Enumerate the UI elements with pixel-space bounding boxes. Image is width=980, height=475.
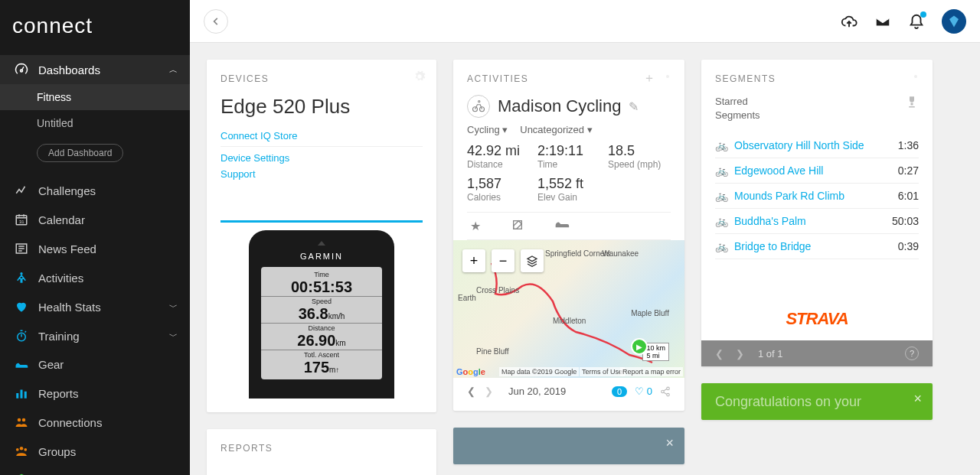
bar-chart-icon xyxy=(12,386,31,400)
topbar-icons xyxy=(841,9,966,34)
svg-point-21 xyxy=(914,75,917,78)
nav-badges[interactable]: Badges xyxy=(0,466,190,475)
svg-point-18 xyxy=(667,387,670,390)
activity-date: Jun 20, 2019 xyxy=(508,386,566,397)
nav-training[interactable]: Training ﹀ xyxy=(0,321,190,350)
nav-newsfeed[interactable]: News Feed xyxy=(0,234,190,263)
person-icon xyxy=(12,271,31,285)
svg-point-14 xyxy=(666,75,669,78)
shoe-icon xyxy=(12,360,31,370)
nav-activities[interactable]: Activities xyxy=(0,263,190,292)
group-icon xyxy=(12,444,31,458)
nav-calendar[interactable]: 31 Calendar xyxy=(0,205,190,234)
nav-health[interactable]: Health Stats ﹀ xyxy=(0,292,190,321)
zoom-in-button[interactable]: + xyxy=(462,249,485,272)
nav-label: Dashboards xyxy=(38,63,100,76)
help-icon[interactable]: ? xyxy=(905,346,919,360)
map-end-marker: ▶ xyxy=(631,338,648,355)
plus-icon[interactable]: ＋ xyxy=(643,70,655,86)
bike-icon: 🚲 xyxy=(715,215,728,227)
likes-icon[interactable]: ♡ 0 xyxy=(635,386,652,397)
segment-link[interactable]: Mounds Park Rd Climb xyxy=(734,190,898,202)
calendar-icon: 31 xyxy=(12,213,31,226)
dashboard: DEVICES Edge 520 Plus Connect IQ Store D… xyxy=(190,43,980,475)
activity-map[interactable]: + − Springfield Corners Waunakee Earth C… xyxy=(453,240,684,378)
chevron-down-icon: ﹀ xyxy=(169,301,178,313)
zoom-out-button[interactable]: − xyxy=(492,249,514,272)
nav-reports[interactable]: Reports xyxy=(0,379,190,408)
segment-link[interactable]: Bridge to Bridge xyxy=(734,240,898,252)
sub-untitled[interactable]: Untitled xyxy=(0,110,190,136)
nav-dashboards[interactable]: Dashboards ︿ xyxy=(0,55,190,84)
next-activity[interactable]: ❯ xyxy=(485,386,493,397)
link-connect-iq[interactable]: Connect IQ Store xyxy=(220,128,423,147)
nav-label: News Feed xyxy=(38,242,96,255)
device-image: GARMIN Time00:51:53 Speed36.8km/h Distan… xyxy=(220,220,423,399)
segment-link[interactable]: Edgewood Ave Hill xyxy=(734,164,898,177)
link-device-settings[interactable]: Device Settings xyxy=(220,150,423,166)
gear-icon[interactable] xyxy=(662,70,674,83)
news-icon xyxy=(12,242,31,255)
shoe-icon[interactable] xyxy=(554,219,570,233)
svg-rect-8 xyxy=(24,392,27,399)
cycling-icon xyxy=(467,95,490,118)
reports-header: REPORTS xyxy=(220,443,423,454)
nav-challenges[interactable]: Challenges xyxy=(0,176,190,205)
edit-icon[interactable]: ✎ xyxy=(629,99,639,114)
bike-icon: 🚲 xyxy=(715,190,728,202)
nav-groups[interactable]: Groups xyxy=(0,437,190,466)
layers-button[interactable] xyxy=(521,249,544,272)
cat-cycling[interactable]: Cycling ▾ xyxy=(467,124,508,135)
next-page[interactable]: ❯ xyxy=(736,348,744,360)
activity-title: Madison Cycling xyxy=(498,96,621,116)
svg-text:31: 31 xyxy=(19,220,24,224)
segments-card: SEGMENTS Starred Segments 🚲Observatory H… xyxy=(701,60,933,366)
nav-connections[interactable]: Connections xyxy=(0,408,190,437)
close-icon[interactable]: × xyxy=(913,391,922,407)
back-button[interactable] xyxy=(204,9,228,34)
note-icon[interactable] xyxy=(511,219,524,233)
reports-card: REPORTS xyxy=(207,429,436,475)
congrats-card: × Congratulations on your xyxy=(701,383,933,420)
prev-activity[interactable]: ❮ xyxy=(467,386,475,397)
inbox-icon[interactable] xyxy=(874,13,891,30)
stopwatch-icon xyxy=(12,329,31,343)
heart-icon xyxy=(12,300,31,314)
nav-gear[interactable]: Gear xyxy=(0,350,190,379)
add-dashboard-button[interactable]: Add Dashboard xyxy=(37,144,123,162)
logo: connect xyxy=(0,0,190,55)
share-icon[interactable] xyxy=(660,386,671,397)
link-support[interactable]: Support xyxy=(220,166,423,182)
cat-uncategorized[interactable]: Uncategorized ▾ xyxy=(520,124,592,135)
gear-icon[interactable] xyxy=(910,70,922,83)
svg-rect-6 xyxy=(16,393,18,399)
chevron-down-icon: ﹀ xyxy=(169,330,178,342)
sidebar: connect Dashboards ︿ Fitness Untitled Ad… xyxy=(0,0,190,475)
segments-header: SEGMENTS xyxy=(715,73,919,84)
congrats-text: Congratulations on your xyxy=(715,394,861,409)
trophy-icon[interactable] xyxy=(905,95,919,109)
prev-page[interactable]: ❮ xyxy=(715,348,724,360)
segment-link[interactable]: Observatory Hill North Side xyxy=(734,139,898,151)
svg-point-13 xyxy=(24,448,27,451)
activities-header: ACTIVITIES xyxy=(467,73,671,84)
gear-icon[interactable] xyxy=(413,70,426,83)
comments-count[interactable]: 0 xyxy=(612,386,627,397)
nav-label: Training xyxy=(38,330,80,343)
nav-label: Calendar xyxy=(38,213,85,226)
pager-label: 1 of 1 xyxy=(758,348,783,360)
user-avatar[interactable] xyxy=(942,9,966,34)
cloud-upload-icon[interactable] xyxy=(841,13,858,30)
chevron-up-icon: ︿ xyxy=(169,64,178,76)
sub-fitness[interactable]: Fitness xyxy=(0,84,190,110)
star-icon[interactable]: ★ xyxy=(470,219,481,233)
notifications-icon[interactable] xyxy=(908,13,925,30)
svg-point-20 xyxy=(667,393,670,396)
bike-icon: 🚲 xyxy=(715,240,728,252)
svg-point-12 xyxy=(16,448,19,451)
garmin-logo: GARMIN xyxy=(261,252,382,261)
close-icon[interactable]: × xyxy=(665,435,674,451)
segment-link[interactable]: Buddha's Palm xyxy=(734,215,892,227)
devices-card: DEVICES Edge 520 Plus Connect IQ Store D… xyxy=(207,60,436,412)
line-chart-icon xyxy=(12,184,31,197)
